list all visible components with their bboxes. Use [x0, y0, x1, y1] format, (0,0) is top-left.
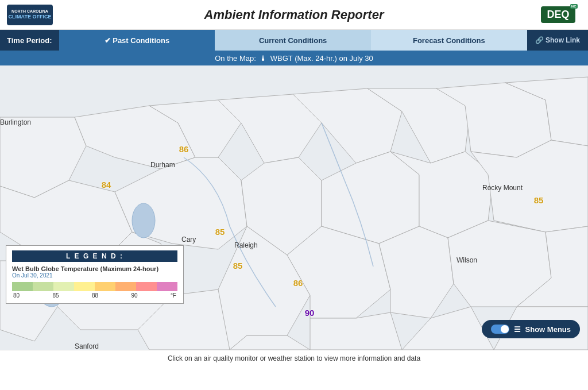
- map-info-bar: On the Map: 🌡 WBGT (Max. 24-hr.) on July…: [0, 51, 588, 65]
- legend-scale-85: 85: [52, 292, 59, 299]
- svg-marker-24: [310, 312, 402, 350]
- header: NORTH CAROLINA CLIMATE OFFICE Ambient In…: [0, 0, 588, 30]
- city-label-sanford: Sanford: [75, 342, 99, 350]
- temp-marker-86-durham[interactable]: 86: [179, 144, 189, 154]
- logo-line1: NORTH CAROLINA: [9, 9, 52, 14]
- map-legend: L E G E N D : Wet Bulb Globe Temperature…: [6, 245, 184, 304]
- city-label-burlington: Burlington: [0, 118, 31, 126]
- city-label-raleigh: Raleigh: [234, 241, 258, 249]
- temp-marker-84-west[interactable]: 84: [102, 180, 111, 190]
- legend-scale-unit: °F: [171, 292, 176, 299]
- city-label-wilson: Wilson: [457, 256, 477, 264]
- hamburger-icon: ☰: [514, 325, 521, 334]
- time-period-label: Time Period:: [0, 36, 59, 45]
- legend-seg-2: [33, 282, 53, 291]
- svg-point-28: [132, 203, 155, 238]
- page-title: Ambient Information Reporter: [53, 7, 535, 22]
- forecast-conditions-tab[interactable]: Forecast Conditions: [371, 30, 527, 51]
- footer-bar: Click on an air quality monitor or weath…: [0, 350, 588, 366]
- temp-marker-85-raleigh[interactable]: 85: [233, 261, 243, 271]
- deq-badge: DEQ NC: [541, 6, 575, 23]
- footer-text: Click on an air quality monitor or weath…: [168, 354, 420, 362]
- legend-scale-80: 80: [13, 292, 20, 299]
- toggle-knob: [501, 325, 509, 333]
- map-area[interactable]: Burlington Durham Cary Raleigh Rocky Mou…: [0, 65, 588, 350]
- temp-marker-86-central[interactable]: 86: [293, 278, 303, 288]
- logo-line2: CLIMATE OFFICE: [9, 14, 52, 20]
- legend-seg-3: [53, 282, 74, 291]
- legend-scale-88: 88: [92, 292, 98, 299]
- on-the-map-label: On the Map:: [215, 54, 256, 63]
- map-svg: [0, 65, 588, 350]
- legend-seg-6: [115, 282, 136, 291]
- toggle-switch: [491, 325, 509, 334]
- nc-climate-office-logo: NORTH CAROLINA CLIMATE OFFICE: [7, 5, 53, 25]
- map-description: WBGT (Max. 24-hr.) on July 30: [270, 54, 373, 63]
- legend-seg-7: [136, 282, 157, 291]
- temp-marker-85-cary[interactable]: 85: [215, 227, 225, 237]
- legend-description: Wet Bulb Globe Temperature (Maximum 24-h…: [12, 265, 177, 272]
- legend-scale: 80 85 88 90 °F: [12, 292, 177, 299]
- current-conditions-tab[interactable]: Current Conditions: [215, 30, 371, 51]
- legend-scale-90: 90: [131, 292, 137, 299]
- show-menus-label: Show Menus: [525, 325, 571, 334]
- temp-marker-90-south[interactable]: 90: [305, 308, 315, 318]
- map-icon: 🌡: [260, 54, 267, 63]
- legend-seg-5: [95, 282, 115, 291]
- navigation-bar: Time Period: ✔ Past Conditions Current C…: [0, 30, 588, 51]
- temp-marker-85-east[interactable]: 85: [534, 195, 544, 205]
- legend-date: On Jul 30, 2021: [12, 272, 177, 279]
- legend-seg-8: [157, 282, 177, 291]
- legend-title: L E G E N D :: [12, 250, 177, 262]
- show-link-button[interactable]: 🔗 Show Link: [527, 30, 588, 51]
- legend-color-bar: [12, 282, 177, 291]
- show-menus-button[interactable]: ☰ Show Menus: [482, 320, 580, 338]
- city-label-rocky-mount: Rocky Mount: [482, 184, 523, 192]
- past-conditions-tab[interactable]: ✔ Past Conditions: [59, 30, 215, 51]
- legend-seg-1: [12, 282, 33, 291]
- deq-logo: DEQ NC: [535, 5, 581, 25]
- city-label-durham: Durham: [150, 161, 175, 169]
- city-label-cary: Cary: [181, 235, 196, 244]
- legend-seg-4: [74, 282, 95, 291]
